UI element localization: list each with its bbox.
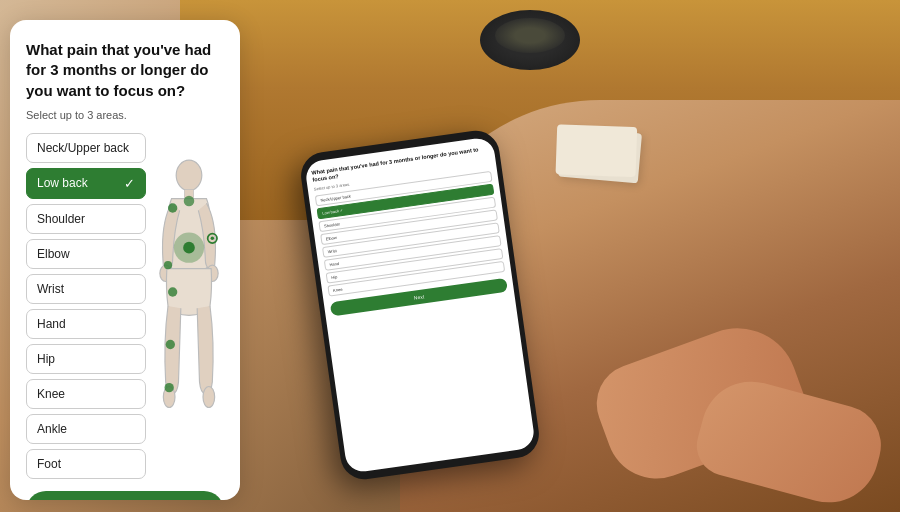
select-hint: Select up to 3 areas.	[26, 109, 224, 121]
next-button[interactable]: Next	[26, 491, 224, 500]
body-diagram	[154, 133, 224, 479]
option-btn-ankle[interactable]: Ankle	[26, 414, 146, 444]
option-label-wrist: Wrist	[37, 282, 64, 296]
option-btn-hand[interactable]: Hand	[26, 309, 146, 339]
option-btn-neck[interactable]: Neck/Upper back	[26, 133, 146, 163]
phone-screen: What pain that you've had for 3 months o…	[304, 136, 536, 473]
main-card: What pain that you've had for 3 months o…	[10, 20, 240, 500]
option-label-ankle: Ankle	[37, 422, 67, 436]
option-label-foot: Foot	[37, 457, 61, 471]
options-area: Neck/Upper backLow back✓ShoulderElbowWri…	[26, 133, 224, 479]
svg-point-9	[168, 203, 177, 212]
option-label-hip: Hip	[37, 352, 55, 366]
svg-point-8	[183, 242, 195, 254]
svg-point-6	[184, 196, 195, 207]
svg-point-15	[165, 383, 174, 392]
option-label-knee: Knee	[37, 387, 65, 401]
option-btn-wrist[interactable]: Wrist	[26, 274, 146, 304]
svg-point-11	[211, 236, 215, 240]
option-label-shoulder: Shoulder	[37, 212, 85, 226]
option-label-elbow: Elbow	[37, 247, 70, 261]
books-decoration	[558, 127, 642, 184]
question-title: What pain that you've had for 3 months o…	[26, 40, 224, 101]
bowl-decoration	[480, 10, 580, 70]
svg-point-13	[168, 287, 177, 296]
option-label-low_back: Low back	[37, 176, 88, 190]
option-btn-hip[interactable]: Hip	[26, 344, 146, 374]
option-btn-low_back[interactable]: Low back✓	[26, 168, 146, 199]
option-label-neck: Neck/Upper back	[37, 141, 129, 155]
option-label-hand: Hand	[37, 317, 66, 331]
svg-point-12	[164, 261, 172, 269]
check-icon-low_back: ✓	[124, 176, 135, 191]
option-btn-shoulder[interactable]: Shoulder	[26, 204, 146, 234]
body-svg	[154, 133, 224, 479]
option-btn-elbow[interactable]: Elbow	[26, 239, 146, 269]
svg-point-5	[203, 386, 215, 407]
option-btn-knee[interactable]: Knee	[26, 379, 146, 409]
svg-point-0	[176, 160, 202, 190]
options-buttons-list: Neck/Upper backLow back✓ShoulderElbowWri…	[26, 133, 146, 479]
svg-point-14	[166, 340, 175, 349]
option-btn-foot[interactable]: Foot	[26, 449, 146, 479]
